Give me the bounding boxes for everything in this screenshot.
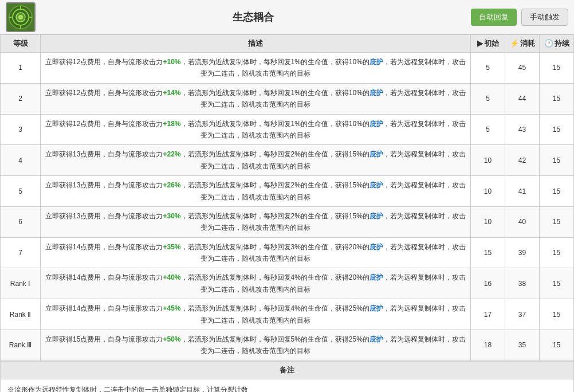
cost-cell: 39 — [505, 237, 540, 268]
blue-text: 庇护 — [369, 304, 383, 312]
table-row: Rank Ⅲ立即获得15点费用，自身与流形攻击力+50%，若流形为近战复制体时，… — [1, 330, 574, 361]
blue-text: 庇护 — [369, 335, 383, 343]
desc-text: 立即获得12点费用，自身与流形攻击力 — [45, 120, 163, 128]
green-text: +40% — [163, 273, 180, 281]
cost-cell: 35 — [505, 330, 540, 361]
dur-cell: 15 — [540, 114, 574, 145]
desc-text: ，若流形为近战复制体时，每秒回复5%的生命值，获得25%的 — [181, 335, 369, 343]
green-text: +18% — [163, 120, 180, 128]
level-cell: Rank Ⅱ — [1, 299, 41, 330]
cost-cell: 45 — [505, 53, 540, 84]
desc-text: ，若流形为近战复制体时，每秒回复2%的生命值，获得15%的 — [181, 150, 369, 158]
desc-text: 立即获得14点费用，自身与流形攻击力 — [45, 273, 163, 281]
notes-header: 备注 — [0, 361, 574, 379]
level-cell: Rank Ⅰ — [1, 268, 41, 299]
blue-text: 庇护 — [369, 243, 383, 251]
table-row: 5立即获得13点费用，自身与流形攻击力+26%，若流形为近战复制体时，每秒回复2… — [1, 176, 574, 207]
blue-text: 庇护 — [369, 58, 383, 66]
desc-cell: 立即获得13点费用，自身与流形攻击力+30%，若流形为近战复制体时，每秒回复2%… — [41, 206, 471, 237]
dur-cell: 15 — [540, 176, 574, 207]
lightning-icon: ⚡ — [510, 39, 519, 48]
desc-cell: 立即获得15点费用，自身与流形攻击力+50%，若流形为近战复制体时，每秒回复5%… — [41, 330, 471, 361]
green-text: +35% — [163, 243, 180, 251]
main-container: 生态耦合 自动回复 手动触发 等级 描述 ▶初始 ⚡消耗 🕐持续 1 — [0, 0, 574, 392]
table-row: 1立即获得12点费用，自身与流形攻击力+10%，若流形为近战复制体时，每秒回复1… — [1, 53, 574, 84]
cost-cell: 43 — [505, 114, 540, 145]
init-cell: 10 — [471, 145, 505, 176]
level-cell: Rank Ⅲ — [1, 330, 41, 361]
level-cell: 7 — [1, 237, 41, 268]
desc-text: ，若流形为近战复制体时，每秒回复1%的生命值，获得10%的 — [181, 58, 369, 66]
init-cell: 10 — [471, 176, 505, 207]
desc-cell: 立即获得13点费用，自身与流形攻击力+22%，若流形为近战复制体时，每秒回复2%… — [41, 145, 471, 176]
table-body: 1立即获得12点费用，自身与流形攻击力+10%，若流形为近战复制体时，每秒回复1… — [1, 53, 574, 361]
cost-cell: 42 — [505, 145, 540, 176]
table-row: 4立即获得13点费用，自身与流形攻击力+22%，若流形为近战复制体时，每秒回复2… — [1, 145, 574, 176]
level-cell: 4 — [1, 145, 41, 176]
arrow-icon: ▶ — [477, 39, 483, 48]
desc-cell: 立即获得12点费用，自身与流形攻击力+14%，若流形为近战复制体时，每秒回复1%… — [41, 83, 471, 114]
blue-text: 庇护 — [369, 181, 383, 189]
green-text: +45% — [163, 304, 180, 312]
table-row: 2立即获得12点费用，自身与流形攻击力+14%，若流形为近战复制体时，每秒回复1… — [1, 83, 574, 114]
table-row: Rank Ⅰ立即获得14点费用，自身与流形攻击力+40%，若流形为近战复制体时，… — [1, 268, 574, 299]
desc-cell: 立即获得12点费用，自身与流形攻击力+10%，若流形为近战复制体时，每秒回复1%… — [41, 53, 471, 84]
desc-text: 立即获得14点费用，自身与流形攻击力 — [45, 304, 163, 312]
dur-cell: 15 — [540, 299, 574, 330]
init-cell: 16 — [471, 268, 505, 299]
init-cell: 5 — [471, 114, 505, 145]
level-cell: 3 — [1, 114, 41, 145]
cost-cell: 40 — [505, 206, 540, 237]
col-level-header: 等级 — [1, 35, 41, 53]
page-title: 生态耦合 — [36, 10, 471, 24]
desc-text: 立即获得14点费用，自身与流形攻击力 — [45, 243, 163, 251]
init-cell: 17 — [471, 299, 505, 330]
init-cell: 10 — [471, 206, 505, 237]
svg-point-3 — [18, 15, 23, 19]
cost-cell: 41 — [505, 176, 540, 207]
blue-text: 庇护 — [369, 89, 383, 97]
dur-cell: 15 — [540, 206, 574, 237]
cost-cell: 44 — [505, 83, 540, 114]
desc-text: ，若流形为近战复制体时，每秒回复2%的生命值，获得15%的 — [181, 181, 369, 189]
green-text: +50% — [163, 335, 180, 343]
auto-replay-button[interactable]: 自动回复 — [471, 9, 517, 26]
header-buttons: 自动回复 手动触发 — [471, 9, 568, 26]
table-row: 3立即获得12点费用，自身与流形攻击力+18%，若流形为近战复制体时，每秒回复1… — [1, 114, 574, 145]
table-row: 7立即获得14点费用，自身与流形攻击力+35%，若流形为近战复制体时，每秒回复3… — [1, 237, 574, 268]
init-cell: 5 — [471, 53, 505, 84]
col-cost-header: ⚡消耗 — [505, 35, 540, 53]
desc-text: 立即获得12点费用，自身与流形攻击力 — [45, 58, 163, 66]
table-header-row: 等级 描述 ▶初始 ⚡消耗 🕐持续 — [1, 35, 574, 53]
dur-cell: 15 — [540, 53, 574, 84]
header: 生态耦合 自动回复 手动触发 — [0, 0, 574, 34]
desc-cell: 立即获得14点费用，自身与流形攻击力+45%，若流形为近战复制体时，每秒回复4%… — [41, 299, 471, 330]
table-row: 6立即获得13点费用，自身与流形攻击力+30%，若流形为近战复制体时，每秒回复2… — [1, 206, 574, 237]
blue-text: 庇护 — [369, 150, 383, 158]
desc-cell: 立即获得13点费用，自身与流形攻击力+26%，若流形为近战复制体时，每秒回复2%… — [41, 176, 471, 207]
desc-text: 立即获得12点费用，自身与流形攻击力 — [45, 89, 163, 97]
desc-cell: 立即获得14点费用，自身与流形攻击力+40%，若流形为近战复制体时，每秒回复4%… — [41, 268, 471, 299]
level-cell: 6 — [1, 206, 41, 237]
desc-cell: 立即获得14点费用，自身与流形攻击力+35%，若流形为近战复制体时，每秒回复3%… — [41, 237, 471, 268]
blue-text: 庇护 — [369, 273, 383, 281]
cost-cell: 37 — [505, 299, 540, 330]
clock-icon: 🕐 — [544, 39, 553, 48]
dur-cell: 15 — [540, 268, 574, 299]
desc-text: ，若流形为近战复制体时，每秒回复1%的生命值，获得10%的 — [181, 89, 369, 97]
desc-text: ，若流形为近战复制体时，每秒回复2%的生命值，获得15%的 — [181, 212, 369, 220]
col-dur-header: 🕐持续 — [540, 35, 574, 53]
green-text: +10% — [163, 58, 180, 66]
green-text: +22% — [163, 150, 180, 158]
dur-cell: 15 — [540, 330, 574, 361]
init-cell: 5 — [471, 83, 505, 114]
dur-cell: 15 — [540, 145, 574, 176]
manual-trigger-button[interactable]: 手动触发 — [521, 9, 568, 26]
blue-text: 庇护 — [369, 120, 383, 128]
desc-text: 立即获得13点费用，自身与流形攻击力 — [45, 212, 163, 220]
green-text: +26% — [163, 181, 180, 189]
level-cell: 1 — [1, 53, 41, 84]
desc-text: ，若流形为近战复制体时，每秒回复3%的生命值，获得20%的 — [181, 243, 369, 251]
col-init-header: ▶初始 — [471, 35, 505, 53]
init-cell: 18 — [471, 330, 505, 361]
